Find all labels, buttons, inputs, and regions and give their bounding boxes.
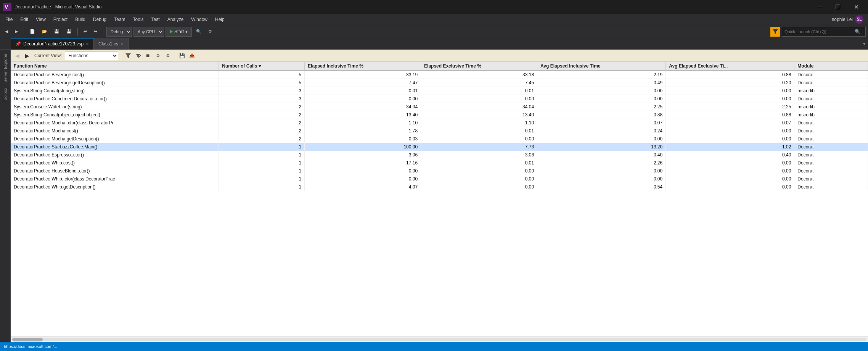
profile-filter2-btn[interactable]: [134, 52, 142, 60]
profile-filter-btn[interactable]: [124, 52, 132, 60]
table-row[interactable]: System.String.Concat(string,string)30.01…: [11, 87, 868, 95]
toolbar-search-btn[interactable]: 🔍: [193, 27, 204, 37]
tab-vsp-label: DecoratorPractice170723.vsp: [23, 41, 84, 47]
content-panel: ◀ ▶ Current View: Functions ⏹ ⚙ ⚙: [11, 50, 868, 342]
table-row[interactable]: DecoratorPractice.CondimentDecorator..ct…: [11, 95, 868, 103]
user-menu[interactable]: sophie Lei SL: [829, 15, 866, 24]
profile-custom-btn[interactable]: ⚙: [154, 52, 162, 60]
table-row[interactable]: DecoratorPractice.Beverage.getDescriptio…: [11, 79, 868, 87]
profile-save-btn[interactable]: 💾: [178, 52, 186, 60]
side-label-server-explorer[interactable]: Server Explorer: [2, 51, 8, 85]
status-text: https://docs.microsoft.com/...: [4, 344, 57, 349]
menu-team[interactable]: Team: [110, 15, 129, 24]
menu-project[interactable]: Project: [50, 15, 71, 24]
table-row[interactable]: DecoratorPractice.Whip..ctor(class Decor…: [11, 175, 868, 183]
cell-calls: 1: [219, 143, 305, 151]
table-row[interactable]: DecoratorPractice.Mocha.getDescription()…: [11, 135, 868, 143]
profile-forward-btn[interactable]: ▶: [23, 52, 31, 60]
filter-icon-btn[interactable]: [770, 27, 780, 37]
cell-excl-time: 0.00: [421, 183, 537, 191]
toolbar-new-btn[interactable]: 📄: [27, 27, 38, 37]
tab-dropdown-btn[interactable]: ▾: [860, 38, 868, 50]
toolbar-undo-btn[interactable]: ↩: [81, 27, 90, 37]
main-area: Server Explorer Toolbox ◀ ▶ Current View…: [0, 50, 868, 342]
toolbar-save-btn[interactable]: 💾: [51, 27, 62, 37]
menu-tools[interactable]: Tools: [129, 15, 148, 24]
profile-stop-btn[interactable]: ⏹: [144, 52, 152, 60]
cell-calls: 2: [219, 119, 305, 127]
search-input[interactable]: [784, 29, 853, 34]
menu-file[interactable]: File: [2, 15, 16, 24]
cell-excl-time: 7.73: [421, 143, 537, 151]
table-row[interactable]: System.String.Concat(object,object,objec…: [11, 111, 868, 119]
cell-module: mscorlib: [794, 111, 868, 119]
table-row[interactable]: DecoratorPractice.Espresso..ctor()13.063…: [11, 151, 868, 159]
col-elapsed-incl[interactable]: Elapsed Inclusive Time %: [305, 62, 421, 71]
platform-select[interactable]: Any CPU: [133, 27, 164, 37]
debug-mode-select[interactable]: Debug: [106, 27, 132, 37]
scroll-track[interactable]: [12, 338, 866, 341]
profile-export-btn[interactable]: 📤: [188, 52, 196, 60]
col-module[interactable]: Module: [794, 62, 868, 71]
col-elapsed-excl[interactable]: Elapsed Exclusive Time %: [421, 62, 537, 71]
menu-analyze[interactable]: Analyze: [164, 15, 188, 24]
minimize-button[interactable]: ─: [811, 0, 828, 14]
table-row[interactable]: DecoratorPractice.Beverage.cost()533.193…: [11, 71, 868, 79]
toolbar-back-btn[interactable]: ◀: [2, 27, 11, 37]
start-button[interactable]: Start ▾: [166, 27, 192, 37]
cell-avg-incl: 2.25: [537, 103, 666, 111]
col-avg-incl[interactable]: Avg Elapsed Inclusive Time: [537, 62, 666, 71]
cell-module: Decorat: [794, 79, 868, 87]
svg-marker-4: [136, 54, 140, 58]
toolbar-forward-btn[interactable]: ▶: [12, 27, 21, 37]
cell-avg-incl: 0.40: [537, 151, 666, 159]
maximize-button[interactable]: ☐: [829, 0, 847, 14]
cell-excl-time: 0.01: [421, 159, 537, 167]
menu-edit[interactable]: Edit: [16, 15, 32, 24]
cell-calls: 2: [219, 135, 305, 143]
tab-vsp[interactable]: 📌 DecoratorPractice170723.vsp ✕: [11, 38, 94, 50]
col-function-name[interactable]: Function Name: [11, 62, 219, 71]
toolbar-extra-btn[interactable]: ⚙: [206, 27, 215, 37]
cell-avg-incl: 0.00: [537, 87, 666, 95]
col-avg-excl[interactable]: Avg Elapsed Exclusive Ti...: [666, 62, 794, 71]
side-label-toolbox[interactable]: Toolbox: [2, 85, 8, 105]
scroll-thumb[interactable]: [12, 338, 43, 341]
tab-class1[interactable]: Class1.cs ✕: [94, 38, 129, 50]
table-row[interactable]: DecoratorPractice.Mocha..ctor(class Deco…: [11, 119, 868, 127]
tab-vsp-close[interactable]: ✕: [86, 42, 89, 46]
table-row[interactable]: DecoratorPractice.Whip.cost()117.160.012…: [11, 159, 868, 167]
col-num-calls[interactable]: Number of Calls ▾: [219, 62, 305, 71]
cell-module: Decorat: [794, 167, 868, 175]
cell-avg-incl: 2.26: [537, 159, 666, 167]
profile-back-btn[interactable]: ◀: [13, 52, 21, 60]
table-row[interactable]: DecoratorPractice.StarbuzzCoffee.Main()1…: [11, 143, 868, 151]
tab-class1-close[interactable]: ✕: [121, 42, 124, 46]
current-view-select[interactable]: Functions: [65, 51, 118, 60]
cell-calls: 5: [219, 79, 305, 87]
menu-window[interactable]: Window: [187, 15, 211, 24]
table-row[interactable]: DecoratorPractice.Whip.getDescription()1…: [11, 183, 868, 191]
window-controls: ─ ☐ ✕: [811, 0, 865, 14]
svg-marker-3: [125, 53, 131, 58]
cell-function-name: DecoratorPractice.HouseBlend..ctor(): [11, 167, 219, 175]
menu-help[interactable]: Help: [211, 15, 228, 24]
table-row[interactable]: DecoratorPractice.Mocha.cost()21.780.010…: [11, 127, 868, 135]
menu-debug[interactable]: Debug: [89, 15, 110, 24]
avatar: SL: [855, 15, 863, 24]
toolbar-save2-btn[interactable]: 💾: [64, 27, 74, 37]
close-button[interactable]: ✕: [847, 0, 865, 14]
table-row[interactable]: DecoratorPractice.HouseBlend..ctor()10.0…: [11, 167, 868, 175]
quick-launch-search[interactable]: 🔍: [782, 27, 866, 37]
profile-custom2-btn[interactable]: ⚙: [164, 52, 172, 60]
menu-build[interactable]: Build: [71, 15, 89, 24]
cell-excl-time: 3.06: [421, 151, 537, 159]
table-row[interactable]: System.Console.WriteLine(string)234.0434…: [11, 103, 868, 111]
menu-view[interactable]: View: [32, 15, 50, 24]
toolbar-redo-btn[interactable]: ↪: [91, 27, 100, 37]
bottom-scrollbar[interactable]: [11, 337, 868, 342]
cell-excl-time: 0.01: [421, 87, 537, 95]
toolbar-open-btn[interactable]: 📂: [39, 27, 50, 37]
menu-test[interactable]: Test: [148, 15, 164, 24]
search-icon: 🔍: [855, 29, 860, 34]
